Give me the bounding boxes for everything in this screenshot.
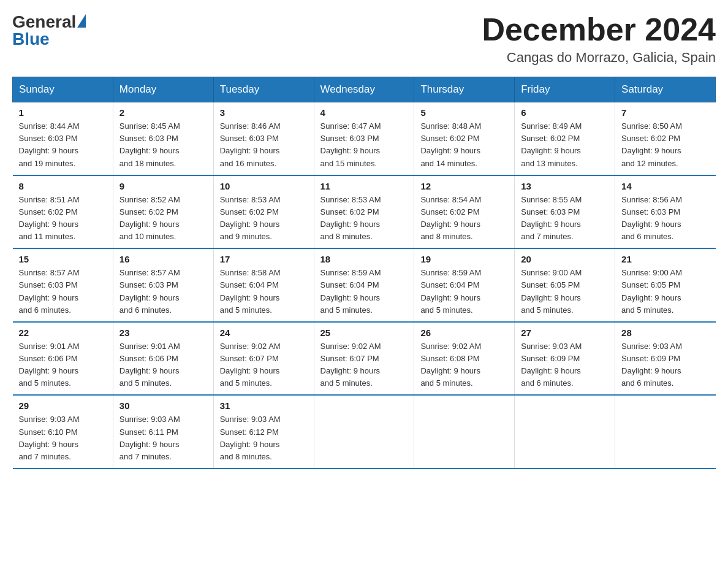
week-row-4: 29 Sunrise: 9:03 AMSunset: 6:10 PMDaylig…: [13, 395, 716, 469]
week-row-2: 15 Sunrise: 8:57 AMSunset: 6:03 PMDaylig…: [13, 248, 716, 322]
header-day-wednesday: Wednesday: [314, 77, 414, 102]
calendar-cell: 17 Sunrise: 8:58 AMSunset: 6:04 PMDaylig…: [213, 248, 314, 322]
day-number: 27: [521, 327, 609, 338]
day-number: 2: [119, 107, 207, 118]
main-title: December 2024: [482, 12, 716, 47]
day-number: 6: [521, 107, 609, 118]
header-day-sunday: Sunday: [13, 77, 113, 102]
day-number: 16: [119, 254, 207, 264]
calendar-cell: 26 Sunrise: 9:02 AMSunset: 6:08 PMDaylig…: [414, 322, 515, 396]
calendar-cell: 16 Sunrise: 8:57 AMSunset: 6:03 PMDaylig…: [113, 248, 213, 322]
calendar-cell: [615, 395, 716, 469]
day-number: 7: [621, 107, 709, 118]
day-info: Sunrise: 9:02 AMSunset: 6:08 PMDaylight:…: [420, 342, 481, 388]
calendar-cell: 31 Sunrise: 9:03 AMSunset: 6:12 PMDaylig…: [213, 395, 314, 469]
calendar-cell: 12 Sunrise: 8:54 AMSunset: 6:02 PMDaylig…: [414, 175, 515, 249]
day-info: Sunrise: 8:56 AMSunset: 6:03 PMDaylight:…: [621, 195, 682, 241]
day-info: Sunrise: 8:45 AMSunset: 6:03 PMDaylight:…: [119, 121, 180, 167]
day-number: 30: [119, 400, 207, 411]
day-info: Sunrise: 8:50 AMSunset: 6:02 PMDaylight:…: [621, 121, 682, 167]
calendar-cell: 30 Sunrise: 9:03 AMSunset: 6:11 PMDaylig…: [113, 395, 213, 469]
page-header: General Blue December 2024 Cangas do Mor…: [12, 12, 716, 66]
header-day-friday: Friday: [515, 77, 615, 102]
day-info: Sunrise: 9:02 AMSunset: 6:07 PMDaylight:…: [220, 342, 281, 388]
calendar-table: SundayMondayTuesdayWednesdayThursdayFrid…: [12, 77, 716, 469]
header-day-saturday: Saturday: [615, 77, 716, 102]
day-number: 17: [220, 254, 308, 264]
day-info: Sunrise: 8:58 AMSunset: 6:04 PMDaylight:…: [220, 268, 281, 314]
day-number: 23: [119, 327, 207, 338]
week-row-1: 8 Sunrise: 8:51 AMSunset: 6:02 PMDayligh…: [13, 175, 716, 249]
day-number: 14: [621, 181, 709, 191]
day-number: 1: [19, 107, 107, 118]
day-number: 31: [220, 400, 308, 411]
calendar-cell: 6 Sunrise: 8:49 AMSunset: 6:02 PMDayligh…: [515, 102, 615, 175]
day-number: 19: [420, 254, 508, 264]
calendar-cell: 3 Sunrise: 8:46 AMSunset: 6:03 PMDayligh…: [213, 102, 314, 175]
calendar-cell: 8 Sunrise: 8:51 AMSunset: 6:02 PMDayligh…: [13, 175, 113, 249]
day-info: Sunrise: 8:47 AMSunset: 6:03 PMDaylight:…: [320, 121, 381, 167]
calendar-cell: 18 Sunrise: 8:59 AMSunset: 6:04 PMDaylig…: [314, 248, 414, 322]
calendar-cell: 1 Sunrise: 8:44 AMSunset: 6:03 PMDayligh…: [13, 102, 113, 175]
calendar-header: SundayMondayTuesdayWednesdayThursdayFrid…: [13, 77, 716, 102]
day-number: 18: [320, 254, 408, 264]
calendar-cell: [314, 395, 414, 469]
day-number: 26: [420, 327, 508, 338]
calendar-cell: 2 Sunrise: 8:45 AMSunset: 6:03 PMDayligh…: [113, 102, 213, 175]
day-info: Sunrise: 8:55 AMSunset: 6:03 PMDaylight:…: [521, 195, 582, 241]
calendar-cell: [515, 395, 615, 469]
day-number: 25: [320, 327, 408, 338]
title-area: December 2024 Cangas do Morrazo, Galicia…: [482, 12, 716, 66]
day-number: 10: [220, 181, 308, 191]
calendar-cell: 15 Sunrise: 8:57 AMSunset: 6:03 PMDaylig…: [13, 248, 113, 322]
day-number: 28: [621, 327, 709, 338]
day-info: Sunrise: 9:03 AMSunset: 6:09 PMDaylight:…: [521, 342, 582, 388]
calendar-cell: 24 Sunrise: 9:02 AMSunset: 6:07 PMDaylig…: [213, 322, 314, 396]
header-row: SundayMondayTuesdayWednesdayThursdayFrid…: [13, 77, 716, 102]
day-info: Sunrise: 8:59 AMSunset: 6:04 PMDaylight:…: [420, 268, 481, 314]
day-info: Sunrise: 8:49 AMSunset: 6:02 PMDaylight:…: [521, 121, 582, 167]
calendar-cell: 29 Sunrise: 9:03 AMSunset: 6:10 PMDaylig…: [13, 395, 113, 469]
calendar-cell: [414, 395, 515, 469]
day-number: 21: [621, 254, 709, 264]
logo-blue-text: Blue: [12, 29, 86, 49]
day-number: 13: [521, 181, 609, 191]
day-info: Sunrise: 8:54 AMSunset: 6:02 PMDaylight:…: [420, 195, 481, 241]
week-row-0: 1 Sunrise: 8:44 AMSunset: 6:03 PMDayligh…: [13, 102, 716, 175]
day-info: Sunrise: 9:02 AMSunset: 6:07 PMDaylight:…: [320, 342, 381, 388]
day-info: Sunrise: 9:03 AMSunset: 6:09 PMDaylight:…: [621, 342, 682, 388]
calendar-body: 1 Sunrise: 8:44 AMSunset: 6:03 PMDayligh…: [13, 102, 716, 469]
day-info: Sunrise: 8:59 AMSunset: 6:04 PMDaylight:…: [320, 268, 381, 314]
calendar-cell: 19 Sunrise: 8:59 AMSunset: 6:04 PMDaylig…: [414, 248, 515, 322]
day-number: 5: [420, 107, 508, 118]
logo-triangle-icon: [77, 14, 86, 28]
day-number: 4: [320, 107, 408, 118]
day-number: 11: [320, 181, 408, 191]
calendar-cell: 13 Sunrise: 8:55 AMSunset: 6:03 PMDaylig…: [515, 175, 615, 249]
calendar-cell: 11 Sunrise: 8:53 AMSunset: 6:02 PMDaylig…: [314, 175, 414, 249]
calendar-cell: 28 Sunrise: 9:03 AMSunset: 6:09 PMDaylig…: [615, 322, 716, 396]
day-info: Sunrise: 9:01 AMSunset: 6:06 PMDaylight:…: [19, 342, 80, 388]
day-info: Sunrise: 9:01 AMSunset: 6:06 PMDaylight:…: [119, 342, 180, 388]
header-day-monday: Monday: [113, 77, 213, 102]
day-number: 3: [220, 107, 308, 118]
day-number: 29: [19, 400, 107, 411]
day-number: 22: [19, 327, 107, 338]
day-info: Sunrise: 8:51 AMSunset: 6:02 PMDaylight:…: [19, 195, 80, 241]
calendar-cell: 23 Sunrise: 9:01 AMSunset: 6:06 PMDaylig…: [113, 322, 213, 396]
day-number: 24: [220, 327, 308, 338]
day-info: Sunrise: 9:00 AMSunset: 6:05 PMDaylight:…: [621, 268, 682, 314]
subtitle: Cangas do Morrazo, Galicia, Spain: [482, 50, 716, 66]
header-day-tuesday: Tuesday: [213, 77, 314, 102]
calendar-cell: 4 Sunrise: 8:47 AMSunset: 6:03 PMDayligh…: [314, 102, 414, 175]
logo: General Blue: [12, 12, 86, 49]
day-info: Sunrise: 8:48 AMSunset: 6:02 PMDaylight:…: [420, 121, 481, 167]
day-info: Sunrise: 8:53 AMSunset: 6:02 PMDaylight:…: [320, 195, 381, 241]
day-number: 12: [420, 181, 508, 191]
day-info: Sunrise: 8:57 AMSunset: 6:03 PMDaylight:…: [19, 268, 80, 314]
day-info: Sunrise: 9:03 AMSunset: 6:10 PMDaylight:…: [19, 415, 80, 461]
calendar-cell: 25 Sunrise: 9:02 AMSunset: 6:07 PMDaylig…: [314, 322, 414, 396]
calendar-cell: 10 Sunrise: 8:53 AMSunset: 6:02 PMDaylig…: [213, 175, 314, 249]
day-info: Sunrise: 8:57 AMSunset: 6:03 PMDaylight:…: [119, 268, 180, 314]
day-number: 20: [521, 254, 609, 264]
